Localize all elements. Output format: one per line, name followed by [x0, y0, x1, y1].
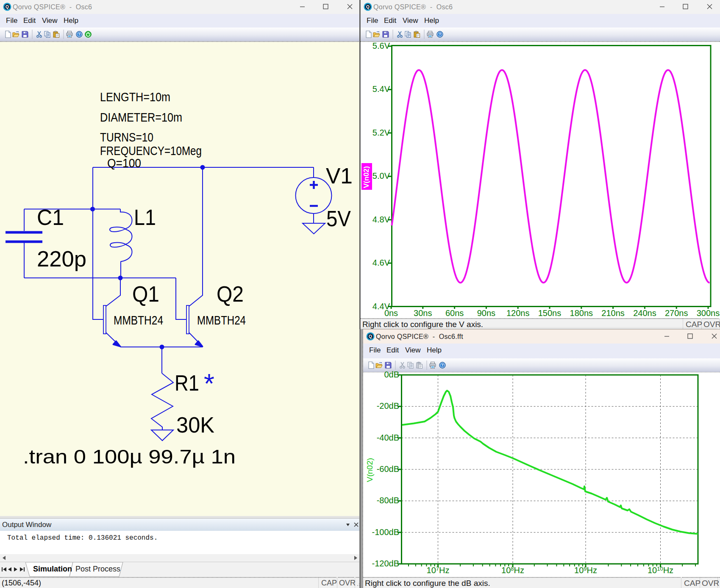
svg-text:90ns: 90ns	[477, 308, 495, 318]
svg-text:60ns: 60ns	[445, 308, 464, 318]
svg-text:5.2V: 5.2V	[373, 128, 390, 137]
svg-text:L1: L1	[134, 205, 156, 230]
svg-text:5.0V: 5.0V	[373, 171, 390, 180]
svg-text:150ns: 150ns	[538, 308, 562, 318]
svg-text:.tran 0 100µ 99.7µ 1n: .tran 0 100µ 99.7µ 1n	[23, 445, 236, 468]
svg-text:5.6V: 5.6V	[373, 42, 390, 50]
svg-text:Q1: Q1	[132, 282, 159, 306]
svg-text:30K: 30K	[176, 413, 214, 437]
svg-text:270ns: 270ns	[665, 308, 688, 318]
svg-text:?: ?	[441, 363, 444, 367]
svg-text:5.4V: 5.4V	[373, 84, 390, 94]
svg-text:?: ?	[78, 32, 81, 36]
svg-text:220p: 220p	[37, 247, 86, 271]
svg-text:0ns: 0ns	[384, 308, 398, 318]
svg-text:Q: Q	[6, 5, 9, 9]
svg-text:-120dB: -120dB	[372, 559, 400, 568]
svg-text:-80dB: -80dB	[377, 496, 399, 505]
svg-text:-20dB: -20dB	[377, 401, 399, 410]
svg-text:120ns: 120ns	[506, 308, 530, 318]
svg-text:240ns: 240ns	[633, 308, 656, 318]
svg-text:30ns: 30ns	[414, 308, 432, 318]
svg-text:-100dB: -100dB	[372, 527, 400, 537]
svg-text:R1: R1	[175, 371, 199, 395]
svg-text:DIAMETER=10m: DIAMETER=10m	[100, 110, 182, 124]
svg-text:TURNS=10: TURNS=10	[100, 130, 153, 144]
svg-text:*: *	[204, 369, 214, 399]
svg-text:180ns: 180ns	[570, 308, 593, 318]
svg-text:210ns: 210ns	[601, 308, 625, 318]
svg-text:Q2: Q2	[217, 282, 244, 306]
svg-text:LENGTH=10m: LENGTH=10m	[100, 90, 170, 104]
svg-text:?: ?	[439, 32, 441, 36]
svg-text:MMBTH24: MMBTH24	[114, 313, 163, 327]
svg-text:-60dB: -60dB	[377, 464, 399, 474]
svg-text:5V: 5V	[326, 206, 351, 231]
svg-text:MMBTH24: MMBTH24	[197, 313, 246, 327]
svg-text:-40dB: -40dB	[377, 433, 399, 442]
svg-text:Q: Q	[366, 5, 370, 9]
svg-text:Q=100: Q=100	[107, 156, 141, 170]
svg-text:0dB: 0dB	[384, 371, 399, 379]
svg-text:300ns: 300ns	[697, 308, 720, 318]
svg-text:4.8V: 4.8V	[373, 215, 390, 224]
svg-text:4.6V: 4.6V	[373, 258, 390, 267]
svg-text:C1: C1	[37, 205, 64, 230]
svg-text:V1: V1	[326, 164, 353, 188]
svg-text:V(n02): V(n02)	[365, 458, 374, 482]
svg-text:V(n02): V(n02)	[362, 166, 370, 188]
svg-text:Q: Q	[369, 334, 372, 339]
